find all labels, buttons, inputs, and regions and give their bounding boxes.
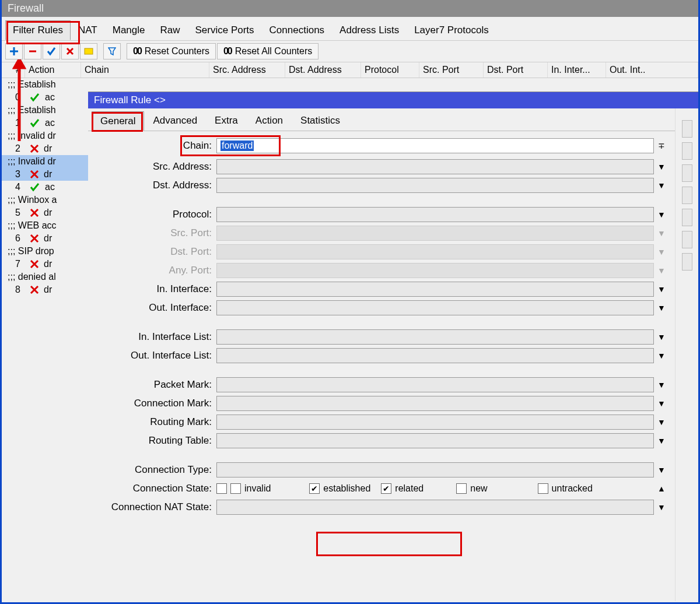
dlg-tab-extra[interactable]: Extra [206,111,247,131]
enable-button[interactable] [43,43,60,59]
cb-established[interactable]: ✔ [309,483,320,494]
reset-counters-button[interactable]: 00Reset Counters [127,43,216,59]
label-dst-port: Dst. Port: [88,246,216,258]
dlg-tab-statistics[interactable]: Statistics [292,111,349,131]
cb-new-label: new [470,483,487,494]
filter-button[interactable] [103,43,121,59]
input-src-address[interactable] [216,159,654,174]
side-btn-7[interactable] [682,253,692,271]
connection-state-group: invalid ✔ established ✔ related new untr… [216,483,654,494]
side-btn-4[interactable] [682,187,692,204]
input-dst-port [216,244,654,259]
accept-icon [30,118,40,128]
connection-state-collapse-icon[interactable]: ▲ [654,481,669,496]
input-dst-address[interactable] [216,178,654,193]
drop-icon [30,285,39,294]
packet-mark-expand-icon[interactable]: ▼ [654,377,669,392]
cb-untracked-label: untracked [552,483,593,494]
connection-mark-expand-icon[interactable]: ▼ [654,396,669,411]
input-chain[interactable]: forward [216,138,654,153]
drop-icon [30,170,39,179]
disable-button[interactable] [61,43,79,59]
drop-icon [30,144,39,153]
input-routing-mark[interactable] [216,415,654,430]
label-src-address: Src. Address: [88,161,216,173]
label-connection-type: Connection Type: [88,464,216,476]
dst-address-expand-icon[interactable]: ▼ [654,178,669,193]
comment-button[interactable] [80,43,97,59]
input-out-interface-list[interactable] [216,348,654,363]
side-btn-2[interactable] [682,142,692,160]
add-button[interactable] [5,43,23,59]
cb-related[interactable]: ✔ [381,483,391,494]
connection-type-expand-icon[interactable]: ▼ [654,462,669,477]
input-in-interface-list[interactable] [216,329,654,345]
input-any-port [216,263,654,278]
input-out-interface[interactable] [216,300,654,315]
col-out-interface[interactable]: Out. Int.. [606,62,698,78]
tab-filter-rules[interactable]: Filter Rules [5,20,71,40]
dialog-title: Firewall Rule <> [88,92,698,108]
label-in-interface: In. Interface: [88,283,216,295]
out-interface-list-expand-icon[interactable]: ▼ [654,348,669,363]
cb-established-label: established [323,483,370,494]
tab-layer7[interactable]: Layer7 Protocols [407,20,496,40]
side-btn-1[interactable] [682,120,692,138]
tab-connections[interactable]: Connections [262,20,332,40]
col-num[interactable]: # [2,62,25,78]
tab-mangle[interactable]: Mangle [105,20,153,40]
col-action[interactable]: Action [25,62,81,78]
input-connection-type[interactable] [216,462,654,477]
col-src-port[interactable]: Src. Port [419,62,484,78]
dlg-tab-action[interactable]: Action [247,111,292,131]
in-interface-list-expand-icon[interactable]: ▼ [654,329,669,345]
dialog-side-buttons [675,108,698,601]
column-headers: # Action Chain Src. Address Dst. Address… [2,62,698,78]
col-dst-address[interactable]: Dst. Address [285,62,361,78]
input-connection-mark[interactable] [216,396,654,411]
tab-raw[interactable]: Raw [152,20,187,40]
input-connection-nat-state[interactable] [216,500,654,515]
cb-invalid[interactable] [230,483,241,494]
tab-service-ports[interactable]: Service Ports [188,20,262,40]
label-connection-state: Connection State: [88,483,216,494]
input-src-port [216,226,654,241]
accept-icon [30,93,40,102]
routing-mark-expand-icon[interactable]: ▼ [654,415,669,430]
cb-new[interactable] [456,483,467,494]
firewall-rule-dialog: Firewall Rule <> General Advanced Extra … [88,92,698,602]
label-out-interface: Out. Interface: [88,302,216,314]
dlg-tab-general[interactable]: General [92,111,144,131]
col-dst-port[interactable]: Dst. Port [484,62,548,78]
label-in-interface-list: In. Interface List: [88,331,216,343]
dlg-tab-advanced[interactable]: Advanced [144,111,206,131]
in-interface-expand-icon[interactable]: ▼ [654,282,669,297]
input-packet-mark[interactable] [216,377,654,392]
side-btn-3[interactable] [682,164,692,182]
cb-untracked[interactable] [538,483,548,494]
col-chain[interactable]: Chain [81,62,209,78]
label-packet-mark: Packet Mark: [88,379,216,391]
connection-nat-state-expand-icon[interactable]: ▼ [654,500,669,515]
col-in-interface[interactable]: In. Inter... [548,62,606,78]
cb-invalid-not[interactable] [216,483,227,494]
chain-dropdown-icon[interactable]: ∓ [654,138,669,153]
tab-address-lists[interactable]: Address Lists [332,20,407,40]
out-interface-expand-icon[interactable]: ▼ [654,300,669,315]
remove-button[interactable] [24,43,41,59]
routing-table-expand-icon[interactable]: ▼ [654,433,669,448]
drop-icon [30,259,39,269]
col-protocol[interactable]: Protocol [361,62,419,78]
reset-all-counters-button[interactable]: 00Reset All Counters [217,43,318,59]
col-src-address[interactable]: Src. Address [209,62,285,78]
label-routing-table: Routing Table: [88,435,216,447]
input-routing-table[interactable] [216,433,654,448]
tab-nat[interactable]: NAT [71,20,105,40]
protocol-expand-icon[interactable]: ▼ [654,207,669,222]
src-address-expand-icon[interactable]: ▼ [654,159,669,174]
side-btn-6[interactable] [682,231,692,248]
side-btn-5[interactable] [682,209,692,226]
input-in-interface[interactable] [216,282,654,297]
input-protocol[interactable] [216,207,654,222]
label-connection-mark: Connection Mark: [88,398,216,409]
